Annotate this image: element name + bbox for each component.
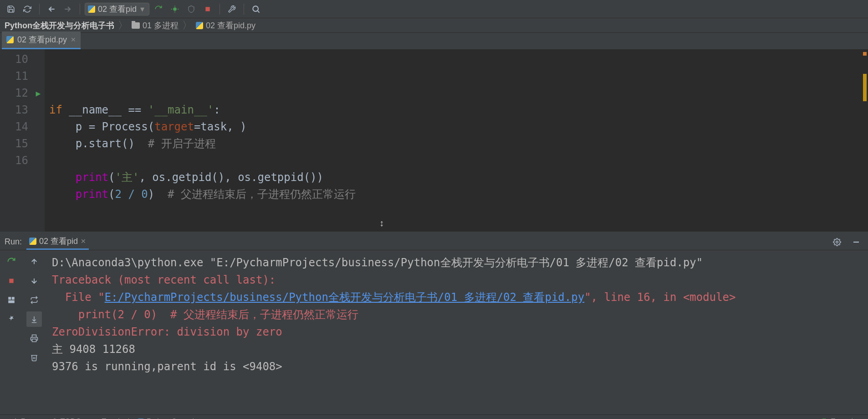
editor-tab-label: 02 查看pid.py (17, 34, 67, 45)
run-tab[interactable]: 02 查看pid ✕ (26, 234, 89, 250)
run-label: Run: (5, 237, 22, 247)
breadcrumb-file[interactable]: 02 查看pid.py (196, 20, 255, 31)
breadcrumb: Python全栈开发与分析电子书 〉 01 多进程 〉 02 查看pid.py (0, 18, 868, 33)
rerun-icon[interactable] (4, 254, 19, 269)
svg-line-9 (258, 10, 260, 12)
svg-rect-13 (8, 297, 11, 300)
coverage-icon[interactable] (184, 2, 199, 16)
close-icon[interactable]: ✕ (81, 238, 86, 245)
tool-python-console[interactable]: Python Console (138, 418, 198, 419)
back-icon[interactable] (44, 2, 59, 16)
event-log[interactable]: 1Event Log (820, 418, 863, 419)
stop-icon[interactable] (4, 273, 19, 289)
code-area[interactable]: if __name__ == '__main__': p = Process(t… (45, 49, 868, 232)
run-panel-body: D:\Anaconda3\python.exe "E:/PycharmProje… (0, 250, 868, 414)
toolbar-sep (39, 4, 40, 15)
up-icon[interactable] (26, 254, 42, 269)
editor-marker-strip (862, 49, 868, 232)
toolbar-sep (80, 4, 80, 15)
svg-point-10 (836, 241, 838, 243)
forward-icon[interactable] (61, 2, 75, 16)
tool-terminal[interactable]: ▷_Terminal (90, 417, 129, 419)
main-toolbar: 02 查看pid ▾ (0, 0, 868, 18)
editor-tabs: 02 查看pid.py ✕ (0, 33, 868, 49)
svg-rect-20 (32, 339, 36, 342)
python-icon (196, 22, 203, 29)
gear-icon[interactable] (830, 235, 844, 249)
settings-icon[interactable] (225, 2, 239, 16)
code-editor[interactable]: 10 11 12 13 14 15 16 ▶ if __name__ == '_… (0, 49, 868, 232)
scroll-end-icon[interactable] (26, 311, 42, 327)
error-marker[interactable] (863, 52, 867, 56)
stop-icon[interactable] (200, 2, 215, 16)
run-config-label: 02 查看pid (98, 4, 137, 15)
down-icon[interactable] (26, 273, 42, 289)
svg-rect-14 (12, 297, 15, 300)
tool-run[interactable]: ▶4: Run (5, 417, 34, 419)
save-icon[interactable] (4, 2, 18, 16)
run-icon[interactable] (151, 2, 166, 16)
python-icon (29, 238, 36, 245)
traceback-file-link[interactable]: E:/PycharmProjects/business/Python全栈开发与分… (105, 291, 585, 304)
svg-rect-7 (205, 7, 209, 11)
print-icon[interactable] (26, 331, 42, 346)
status-bar: ▶4: Run ≔6: TODO ▷_Terminal Python Conso… (0, 414, 868, 419)
pin-icon[interactable] (4, 311, 19, 327)
breadcrumb-root[interactable]: Python全栈开发与分析电子书 (5, 20, 114, 31)
minimize-icon[interactable] (849, 235, 863, 249)
svg-point-8 (253, 6, 258, 11)
line-gutter: 10 11 12 13 14 15 16 (0, 49, 32, 232)
toolbar-sep (244, 4, 244, 15)
folder-icon (132, 22, 140, 29)
close-icon[interactable]: ✕ (71, 36, 76, 43)
run-gutter-icon[interactable]: ▶ (32, 85, 45, 102)
gutter-icons: ▶ (32, 49, 45, 232)
python-icon (88, 5, 95, 13)
run-side-toolbar-right (23, 250, 46, 414)
run-side-toolbar-left (0, 250, 23, 414)
search-icon[interactable] (249, 2, 263, 16)
console-output[interactable]: D:\Anaconda3\python.exe "E:/PycharmProje… (46, 250, 868, 414)
layout-icon[interactable] (4, 292, 19, 308)
run-config-selector[interactable]: 02 查看pid ▾ (85, 3, 149, 16)
svg-point-2 (173, 7, 177, 11)
debug-icon[interactable] (168, 2, 182, 16)
refresh-icon[interactable] (20, 2, 35, 16)
tool-todo[interactable]: ≔6: TODO (42, 417, 81, 419)
run-panel-header: Run: 02 查看pid ✕ (0, 234, 868, 250)
wrap-icon[interactable] (26, 292, 42, 308)
breadcrumb-folder[interactable]: 01 多进程 (132, 20, 179, 31)
python-icon (6, 36, 14, 43)
svg-rect-12 (9, 279, 13, 283)
chevron-right-icon: 〉 (182, 19, 192, 32)
chevron-down-icon: ▾ (140, 4, 144, 14)
warning-marker[interactable] (863, 74, 867, 101)
svg-rect-15 (8, 300, 15, 303)
editor-tab[interactable]: 02 查看pid.py ✕ (2, 31, 81, 49)
resize-cursor-icon: ↕ (379, 218, 384, 228)
chevron-right-icon: 〉 (118, 19, 128, 32)
trash-icon[interactable] (26, 350, 42, 365)
toolbar-sep (220, 4, 220, 15)
